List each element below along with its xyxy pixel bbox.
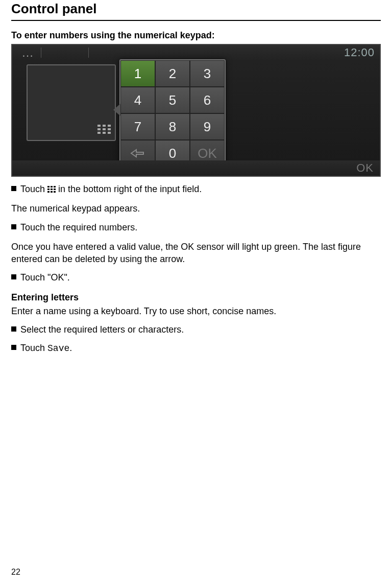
- instruction-step: Touch "OK".: [0, 265, 392, 284]
- instruction-step: Touch the required numbers.: [0, 215, 392, 233]
- body-paragraph: Enter a name using a keyboard. Try to us…: [0, 303, 392, 317]
- divider: [41, 48, 41, 58]
- svg-rect-5: [108, 128, 111, 130]
- svg-rect-2: [108, 125, 111, 127]
- body-paragraph: Once you have entered a valid value, the…: [0, 233, 392, 266]
- svg-rect-4: [103, 128, 106, 130]
- bullet-icon: [11, 274, 16, 279]
- svg-rect-12: [47, 189, 50, 190]
- key-6[interactable]: 6: [190, 87, 225, 113]
- title-rule: [11, 20, 381, 21]
- page-title: Control panel: [0, 0, 392, 20]
- key-9[interactable]: 9: [190, 113, 225, 140]
- bottom-ok-label[interactable]: OK: [356, 161, 374, 175]
- svg-rect-6: [97, 132, 101, 134]
- device-bottom-bar: OK: [12, 160, 380, 176]
- svg-rect-13: [51, 189, 53, 190]
- instruction-text: Touch Save.: [20, 342, 72, 355]
- key-4[interactable]: 4: [120, 87, 155, 113]
- keypad-icon[interactable]: [97, 125, 111, 136]
- numeric-input-field[interactable]: [27, 64, 116, 141]
- key-7[interactable]: 7: [120, 113, 155, 140]
- svg-rect-0: [97, 125, 101, 127]
- instruction-text: Touch in the bottom right of the input f…: [20, 183, 202, 195]
- instruction-step: Touch Save.: [0, 336, 392, 355]
- svg-rect-9: [47, 186, 50, 187]
- bullet-icon: [11, 345, 16, 350]
- arrow-left-icon: [130, 148, 145, 158]
- popup-arrow-icon: [113, 104, 120, 116]
- key-3[interactable]: 3: [190, 60, 225, 87]
- svg-rect-10: [51, 186, 53, 187]
- body-paragraph: The numerical keypad appears.: [0, 195, 392, 215]
- device-top-bar: … 12:00: [12, 45, 380, 60]
- key-2[interactable]: 2: [155, 60, 190, 87]
- device-display: … 12:00 1 2 3: [11, 44, 381, 177]
- instruction-text: Select the required letters or character…: [20, 323, 184, 336]
- instruction-step: Select the required letters or character…: [0, 317, 392, 336]
- bullet-icon: [11, 224, 16, 229]
- keypad-icon: [47, 186, 56, 193]
- clock-time: 12:00: [344, 46, 375, 59]
- svg-rect-15: [47, 191, 50, 193]
- key-5[interactable]: 5: [155, 87, 190, 113]
- instruction-step: Touch in the bottom right of the input f…: [0, 177, 392, 195]
- numeric-keypad: 1 2 3 4 5 6 7 8 9 0 OK: [119, 59, 226, 168]
- save-label: Save: [47, 343, 69, 354]
- key-1[interactable]: 1: [120, 60, 155, 87]
- svg-rect-3: [97, 128, 101, 130]
- section-heading: Entering letters: [0, 284, 392, 303]
- bullet-icon: [11, 186, 16, 191]
- device-mid-area: 1 2 3 4 5 6 7 8 9 0 OK: [12, 60, 380, 160]
- bullet-icon: [11, 326, 16, 332]
- ellipsis-icon: …: [17, 49, 38, 57]
- key-8[interactable]: 8: [155, 113, 190, 140]
- svg-rect-7: [103, 132, 106, 134]
- svg-rect-16: [51, 191, 53, 193]
- section-subtitle: To enter numbers using the numerical key…: [0, 30, 392, 44]
- svg-rect-1: [103, 125, 106, 127]
- divider: [88, 48, 89, 58]
- instruction-text: Touch "OK".: [20, 271, 70, 284]
- instruction-text: Touch the required numbers.: [20, 221, 137, 233]
- svg-rect-8: [108, 132, 111, 134]
- page-number: 22: [11, 568, 20, 577]
